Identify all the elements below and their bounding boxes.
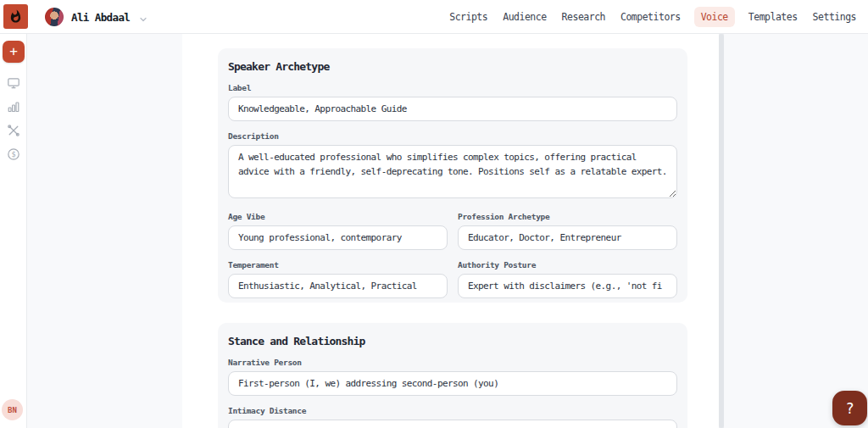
section-stance-relationship: Stance and Relationship Narrative Person… [218, 323, 687, 428]
user-initials-badge[interactable]: BN [2, 399, 23, 420]
user-avatar[interactable] [45, 8, 64, 26]
main-nav: Scripts Audience Research Competitors Vo… [448, 0, 858, 34]
nav-item-voice[interactable]: Voice [694, 7, 735, 27]
bar-chart-icon[interactable] [7, 100, 20, 114]
content-scrollbar[interactable] [719, 34, 724, 428]
add-button[interactable]: + [3, 41, 25, 63]
nav-item-settings[interactable]: Settings [811, 7, 858, 27]
nav-item-audience[interactable]: Audience [501, 7, 548, 27]
description-textarea[interactable]: A well-educated professional who simplif… [228, 145, 677, 198]
left-sidebar: + $ BN [0, 34, 27, 428]
field-label-authority-posture: Authority Posture [458, 260, 677, 270]
section-title: Stance and Relationship [228, 335, 677, 347]
main-content: Speaker Archetype Label Description A we… [182, 34, 719, 428]
narrative-person-input[interactable] [228, 371, 677, 396]
chevron-down-icon[interactable] [138, 12, 148, 28]
nav-item-competitors[interactable]: Competitors [619, 7, 682, 27]
dollar-icon[interactable]: $ [7, 147, 20, 161]
field-label-temperament: Temperament [228, 260, 448, 270]
app-logo[interactable] [3, 4, 28, 29]
intimacy-distance-input[interactable] [228, 420, 677, 428]
temperament-input[interactable] [228, 274, 448, 298]
field-label-description: Description [228, 131, 677, 141]
field-label-age-vibe: Age Vibe [228, 212, 448, 221]
tools-icon[interactable] [7, 124, 20, 137]
field-label-profession-archetype: Profession Archetype [458, 212, 677, 221]
field-label-intimacy-distance: Intimacy Distance [228, 406, 677, 415]
top-header: Ali Abdaal Scripts Audience Research Com… [0, 0, 868, 34]
age-vibe-input[interactable] [228, 225, 448, 250]
authority-posture-input[interactable] [458, 274, 677, 298]
help-button[interactable]: ? [832, 391, 867, 425]
nav-item-research[interactable]: Research [560, 7, 607, 27]
section-speaker-archetype: Speaker Archetype Label Description A we… [218, 48, 687, 303]
svg-text:$: $ [11, 150, 15, 158]
label-input[interactable] [228, 97, 677, 121]
section-title: Speaker Archetype [228, 60, 677, 73]
field-label-label: Label [228, 83, 677, 92]
nav-item-scripts[interactable]: Scripts [448, 7, 489, 27]
field-label-narrative-person: Narrative Person [228, 358, 677, 367]
flame-icon [8, 9, 23, 24]
monitor-icon[interactable] [7, 76, 20, 90]
profession-archetype-input[interactable] [458, 225, 677, 250]
nav-item-templates[interactable]: Templates [747, 7, 799, 27]
workspace-name[interactable]: Ali Abdaal [71, 11, 130, 24]
scrollbar-thumb[interactable] [719, 34, 724, 428]
